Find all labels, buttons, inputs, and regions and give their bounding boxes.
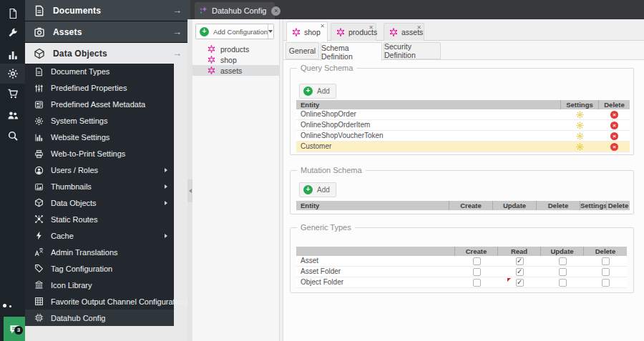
status-dot-large [3,304,6,307]
column-header-settings[interactable]: Settings [561,100,599,109]
menu-item-label: Web-to-Print Settings [51,149,125,158]
table-row[interactable]: Asset [296,256,627,267]
checkbox[interactable] [516,268,524,276]
read-cell [498,277,541,287]
column-header-update[interactable]: Update [541,247,584,256]
column-header-delete[interactable]: Delete [537,201,580,210]
entity-cell: Customer [296,142,561,152]
settings-gear-icon[interactable] [576,122,584,129]
column-header-delete[interactable]: Delete [607,201,630,210]
nav-section-data-objects[interactable]: Data Objects → [25,43,190,64]
column-header-settings[interactable]: Settings [580,201,607,210]
menu-item-website-settings[interactable]: Website Settings [25,129,174,146]
menu-item-predefined-properties[interactable]: Predefined Properties [25,80,174,97]
update-cell [541,277,584,287]
mutation-add-button[interactable]: Add [299,182,336,197]
query-add-button[interactable]: Add [299,84,336,99]
menu-item-document-types[interactable]: Document Types [25,64,174,80]
menu-item-system-settings[interactable]: System Settings [25,113,174,129]
config-item-shop[interactable]: shop [192,54,279,65]
table-row[interactable]: OnlineShopOrderItem [296,120,630,131]
add-configuration-dropdown[interactable] [268,30,273,33]
settings-gear-icon[interactable] [576,111,584,119]
plus-icon [303,87,313,96]
menu-item-predefined-asset-metadata[interactable]: Predefined Asset Metadata [25,97,174,113]
close-icon[interactable]: ✕ [369,24,374,31]
reports-icon[interactable] [0,45,25,65]
subtab-schema-definition[interactable]: Schema Definition [321,42,382,61]
checkbox[interactable] [516,257,524,265]
delete-icon[interactable] [610,122,618,129]
mutation-schema-fieldset: Mutation Schema Add Entity Create Update… [290,170,634,214]
menu-item-data-objects[interactable]: Data Objects [25,195,174,212]
menu-item-thumbnails[interactable]: Thumbnails [25,179,174,195]
delete-cell [584,277,627,287]
column-header-entity[interactable]: Entity [296,100,561,109]
tab-products[interactable]: products ✕ [331,23,376,41]
config-item-assets[interactable]: assets [192,65,279,76]
table-row[interactable]: OnlineShopVoucherToken [296,131,630,142]
column-header-create[interactable]: Create [455,247,498,256]
checkbox[interactable] [602,268,610,276]
table-row[interactable]: OnlineShopOrder [296,109,630,120]
menu-item-static-routes[interactable]: Static Routes [25,211,174,227]
menu-item-label: Favorite Output Channel Configurations [51,297,190,306]
delete-cell [584,267,627,277]
menu-item-datahub-config[interactable]: Datahub Config [25,310,174,326]
column-header-update[interactable]: Update [493,201,537,210]
delete-icon[interactable] [610,111,618,119]
checkbox[interactable] [559,257,567,265]
menu-item-favorite-output-channel-configurations[interactable]: Favorite Output Channel Configurations [25,293,174,310]
delete-icon[interactable] [610,143,618,151]
arrow-right-icon: → [172,48,182,59]
checkbox[interactable] [559,268,567,276]
window-tab-datahub-config[interactable]: Datahub Config [195,2,275,19]
tab-shop[interactable]: shop ✕ [286,21,328,41]
checkbox[interactable] [559,279,567,287]
menu-item-users-roles[interactable]: Users / Roles [25,162,174,179]
settings-icon[interactable] [0,64,25,84]
tab-assets[interactable]: assets ✕ [384,23,424,41]
column-header-delete[interactable]: Delete [599,100,630,109]
settings-gear-icon[interactable] [576,132,584,140]
table-row[interactable]: Customer [296,142,630,152]
assets-icon [34,26,45,38]
menu-item-tag-configuration[interactable]: Tag Configuration [25,260,174,277]
config-item-products[interactable]: products [192,44,279,54]
graphql-icon [292,28,301,36]
menu-item-admin-translations[interactable]: Admin Translations [25,244,174,260]
table-row[interactable]: Asset Folder [296,267,627,277]
table-row[interactable]: Object Folder [296,277,627,288]
checkbox[interactable] [473,257,481,265]
delete-icon[interactable] [610,132,618,140]
nav-section-documents[interactable]: Documents → [25,0,190,21]
column-header-delete[interactable]: Delete [584,247,627,256]
add-configuration-button[interactable]: Add Configuration [195,24,274,39]
nav-section-assets[interactable]: Assets → [25,21,190,42]
subtab-general[interactable]: General [286,42,319,59]
menu-item-cache[interactable]: Cache [25,227,174,244]
checkbox[interactable] [602,257,610,265]
checkbox[interactable] [516,279,524,287]
column-header-entity[interactable]: Entity [296,201,449,210]
tools-icon[interactable] [0,23,25,43]
ecommerce-icon[interactable] [0,84,25,104]
collapse-panel-handle[interactable] [187,179,192,202]
checkbox[interactable] [473,279,481,287]
close-icon[interactable]: ✕ [320,23,325,29]
column-header-create[interactable]: Create [449,201,493,210]
config-item-label: assets [220,66,242,75]
column-header-read[interactable]: Read [498,247,541,256]
checkbox[interactable] [602,279,610,287]
close-icon[interactable]: ✕ [416,24,421,31]
editor-panel: shop ✕ products ✕ assets ✕ General Schem… [283,19,644,341]
close-icon[interactable] [271,6,280,16]
checkbox[interactable] [473,268,481,276]
customers-icon[interactable] [0,105,25,125]
settings-gear-icon[interactable] [576,143,584,151]
menu-item-icon-library[interactable]: Icon Library [25,277,174,293]
search-icon[interactable] [0,126,25,146]
file-icon[interactable] [0,4,25,24]
menu-item-web-to-print-settings[interactable]: Web-to-Print Settings [25,146,174,162]
subtab-security-definition[interactable]: Security Definition [384,42,441,59]
